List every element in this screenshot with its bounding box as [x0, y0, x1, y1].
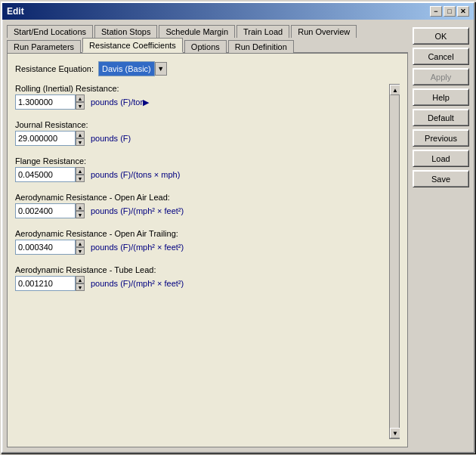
unit-4-label: pounds (F)/(mph² × feet²) [91, 243, 184, 252]
help-button[interactable]: Help [413, 88, 469, 106]
spin-3-down[interactable]: ▼ [76, 211, 85, 218]
cancel-button[interactable]: Cancel [413, 48, 469, 65]
spin-4-up[interactable]: ▲ [76, 240, 85, 247]
maximize-button[interactable]: □ [444, 6, 456, 17]
spin-0-up[interactable]: ▲ [76, 94, 85, 102]
spin-5-down[interactable]: ▼ [76, 283, 85, 291]
spin-1-buttons: ▲ ▼ [76, 131, 85, 146]
field-4-label: Aerodynamic Resistance - Open Air Traili… [15, 229, 386, 238]
tab-station-stops[interactable]: Station Stops [94, 25, 157, 38]
spin-2-container: ▲ ▼ [15, 167, 85, 182]
tab-container: Start/End Locations Station Stops Schedu… [7, 24, 408, 54]
resistance-equation-combo[interactable]: Davis (Basic) [98, 61, 155, 76]
spin-5-input[interactable] [15, 276, 76, 291]
tab-run-parameters[interactable]: Run Parameters [7, 40, 81, 53]
title-bar-buttons: − □ ✕ [430, 6, 469, 17]
tab-options[interactable]: Options [184, 40, 227, 53]
scroll-track [390, 95, 399, 428]
tab-start-end[interactable]: Start/End Locations [7, 25, 93, 38]
equation-label: Resistance Equation: [15, 64, 94, 73]
field-0-label: Rolling (Inertial) Resistance: [15, 84, 386, 93]
tab-resistance-coefficients[interactable]: Resistance Coefficients [82, 38, 183, 53]
apply-button[interactable]: Apply [413, 68, 469, 85]
field-1-label: Journal Resistance: [15, 120, 386, 129]
title-bar: Edit − □ ✕ [2, 3, 474, 20]
window-body: Start/End Locations Station Stops Schedu… [2, 20, 474, 452]
field-5-label: Aerodynamic Resistance - Tube Lead: [15, 265, 386, 274]
content-panel: Resistance Equation: Davis (Basic) ▼ Rol… [7, 54, 408, 447]
unit-5-label: pounds (F)/(mph² × feet²) [91, 279, 184, 288]
spin-2-buttons: ▲ ▼ [76, 167, 85, 182]
tab-train-load[interactable]: Train Load [236, 25, 289, 38]
spin-5-up[interactable]: ▲ [76, 276, 85, 283]
spin-1-up[interactable]: ▲ [76, 131, 85, 138]
equation-row: Resistance Equation: Davis (Basic) ▼ [15, 61, 400, 76]
spin-4-buttons: ▲ ▼ [76, 240, 85, 255]
spin-0-container: ▲ ▼ [15, 94, 85, 110]
spin-1-container: ▲ ▼ [15, 131, 85, 146]
spin-4-container: ▲ ▼ [15, 240, 85, 255]
fields-scroll: Rolling (Inertial) Resistance: ▲ ▼ pou [15, 84, 388, 439]
scrollable-content: Rolling (Inertial) Resistance: ▲ ▼ pou [15, 84, 400, 439]
main-area: Start/End Locations Station Stops Schedu… [7, 24, 408, 447]
spin-0-buttons: ▲ ▼ [76, 94, 85, 110]
spin-5-container: ▲ ▼ [15, 276, 85, 291]
vertical-scrollbar[interactable]: ▲ ▼ [389, 84, 400, 439]
scroll-up-button[interactable]: ▲ [390, 85, 400, 95]
unit-0-label: pounds (F)/tor▶ [91, 98, 149, 107]
save-button[interactable]: Save [413, 170, 469, 187]
tab-run-definition[interactable]: Run Definition [228, 40, 294, 53]
default-button[interactable]: Default [413, 109, 469, 126]
spin-4-input[interactable] [15, 240, 76, 255]
previous-button[interactable]: Previous [413, 129, 469, 147]
ok-button[interactable]: OK [413, 27, 469, 45]
spin-0-input[interactable] [15, 94, 76, 110]
load-button[interactable]: Load [413, 150, 469, 167]
spin-3-buttons: ▲ ▼ [76, 203, 85, 218]
close-button[interactable]: ✕ [457, 6, 469, 17]
scroll-down-button[interactable]: ▼ [390, 428, 400, 438]
spin-2-up[interactable]: ▲ [76, 167, 85, 175]
spin-4-down[interactable]: ▼ [76, 247, 85, 255]
unit-2-label: pounds (F)/(tons × mph) [91, 170, 180, 179]
tab-row-1: Start/End Locations Station Stops Schedu… [7, 24, 408, 37]
tab-schedule-margin[interactable]: Schedule Margin [159, 25, 235, 38]
unit-1-label: pounds (F) [91, 134, 131, 143]
field-journal-resistance: Journal Resistance: ▲ ▼ pounds (F) [15, 120, 386, 146]
minimize-button[interactable]: − [430, 6, 442, 17]
field-aero-open-lead: Aerodynamic Resistance - Open Air Lead: … [15, 193, 386, 218]
field-aero-open-trailing: Aerodynamic Resistance - Open Air Traili… [15, 229, 386, 255]
spin-2-down[interactable]: ▼ [76, 175, 85, 182]
spin-1-down[interactable]: ▼ [76, 138, 85, 146]
combo-arrow-icon[interactable]: ▼ [155, 62, 167, 76]
tab-row-2: Run Parameters Resistance Coefficients O… [7, 37, 408, 52]
field-3-label: Aerodynamic Resistance - Open Air Lead: [15, 193, 386, 202]
button-panel: OK Cancel Apply Help Default Previous Lo… [413, 24, 469, 447]
unit-3-label: pounds (F)/(mph² × feet²) [91, 206, 184, 215]
window-title: Edit [7, 6, 24, 17]
spin-2-input[interactable] [15, 167, 76, 182]
field-2-label: Flange Resistance: [15, 156, 386, 166]
spin-1-input[interactable] [15, 131, 76, 146]
spin-3-up[interactable]: ▲ [76, 203, 85, 211]
spin-3-container: ▲ ▼ [15, 203, 85, 218]
spin-3-input[interactable] [15, 203, 76, 218]
edit-window: Edit − □ ✕ Start/End Locations Station S… [1, 2, 475, 453]
spin-5-buttons: ▲ ▼ [76, 276, 85, 291]
tab-run-overview[interactable]: Run Overview [291, 25, 357, 38]
field-aero-tube-lead: Aerodynamic Resistance - Tube Lead: ▲ ▼ [15, 265, 386, 291]
field-flange-resistance: Flange Resistance: ▲ ▼ pounds (F)/(ton [15, 156, 386, 182]
spin-0-down[interactable]: ▼ [76, 102, 85, 110]
field-rolling-resistance: Rolling (Inertial) Resistance: ▲ ▼ pou [15, 84, 386, 110]
